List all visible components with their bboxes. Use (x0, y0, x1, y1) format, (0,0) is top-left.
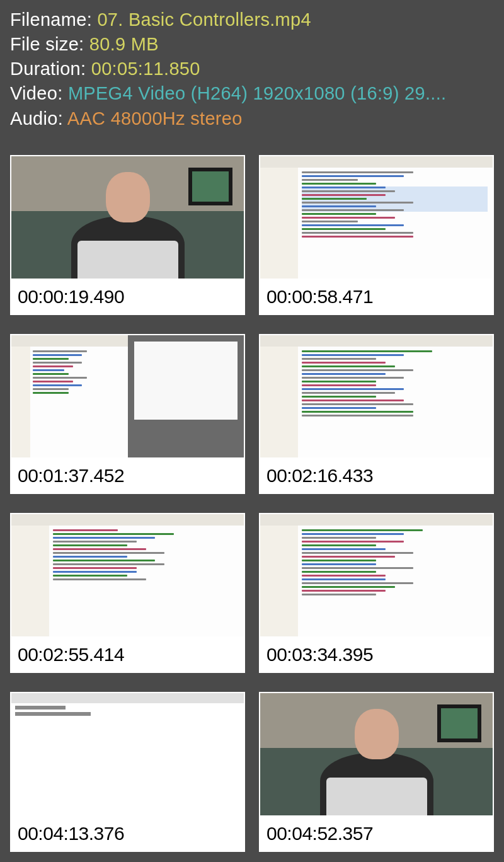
code-lines-icon (302, 171, 488, 238)
laptop-icon (326, 778, 427, 815)
thumbnail-image (259, 334, 494, 459)
filename-label: Filename: (10, 9, 97, 30)
audio-label: Audio: (10, 108, 67, 129)
video-value: MPEG4 Video (H264) 1920x1080 (16:9) 29..… (68, 83, 446, 103)
code-lines-icon (53, 529, 239, 580)
code-topbar-icon (11, 514, 244, 526)
code-sidebar-icon (260, 347, 298, 457)
thumbnail-image (259, 513, 494, 638)
thumbnail-image (10, 513, 245, 638)
thumbnail-timestamp: 00:04:52.357 (259, 817, 494, 852)
thumbnail-timestamp: 00:02:16.433 (259, 459, 494, 494)
split-dark-icon (128, 335, 244, 457)
browser-text-icon (15, 712, 91, 716)
thumbnail-image (10, 692, 245, 817)
art-frame-icon (437, 704, 481, 742)
code-sidebar-icon (260, 168, 298, 279)
code-sidebar-icon (260, 526, 298, 636)
duration-value: 00:05:11.850 (91, 59, 200, 79)
thumb-row: 00:00:19.490 00:00:58.471 (10, 155, 494, 315)
thumbnail-timestamp: 00:02:55.414 (10, 638, 245, 673)
laptop-icon (77, 241, 178, 279)
file-info-header: Filename: 07. Basic Controllers.mp4 File… (0, 0, 504, 136)
person-head-icon (355, 709, 399, 759)
thumbnail: 00:00:58.471 (259, 155, 494, 315)
thumb-row: 00:01:37.452 00:02:16.433 (10, 334, 494, 494)
audio-line: Audio: AAC 48000Hz stereo (10, 106, 494, 131)
filename-value: 07. Basic Controllers.mp4 (97, 9, 311, 30)
filesize-line: File size: 80.9 MB (10, 32, 494, 57)
browser-bar-icon (11, 693, 244, 703)
thumbnail: 00:02:16.433 (259, 334, 494, 494)
thumbnail-grid: 00:00:19.490 00:00:58.471 (0, 136, 504, 862)
thumbnail: 00:04:13.376 (10, 692, 245, 852)
video-line: Video: MPEG4 Video (H264) 1920x1080 (16:… (10, 81, 494, 106)
code-sidebar-icon (11, 347, 30, 457)
thumbnail-timestamp: 00:01:37.452 (10, 459, 245, 494)
thumb-row: 00:04:13.376 00:04:52.357 (10, 692, 494, 852)
art-frame-icon (188, 168, 232, 205)
thumbnail-image (259, 692, 494, 817)
filename-line: Filename: 07. Basic Controllers.mp4 (10, 8, 494, 32)
code-lines-icon (302, 529, 488, 595)
thumbnail-image (259, 155, 494, 280)
person-head-icon (106, 172, 150, 222)
thumb-row: 00:02:55.414 00:03:34.395 (10, 513, 494, 673)
thumbnail: 00:02:55.414 (10, 513, 245, 673)
duration-line: Duration: 00:05:11.850 (10, 57, 494, 81)
thumbnail-timestamp: 00:03:34.395 (259, 638, 494, 673)
thumbnail-timestamp: 00:04:13.376 (10, 817, 245, 852)
thumbnail-image (10, 155, 245, 280)
filesize-label: File size: (10, 34, 89, 54)
filesize-value: 80.9 MB (89, 34, 159, 54)
code-topbar-icon (11, 335, 128, 347)
code-lines-icon (33, 350, 123, 394)
audio-value: AAC 48000Hz stereo (67, 108, 243, 129)
thumbnail: 00:04:52.357 (259, 692, 494, 852)
code-topbar-icon (260, 514, 493, 526)
thumbnail-image (10, 334, 245, 459)
code-topbar-icon (260, 335, 493, 347)
thumbnail-timestamp: 00:00:19.490 (10, 280, 245, 315)
code-lines-icon (302, 350, 488, 417)
code-sidebar-icon (11, 526, 49, 636)
thumbnail-timestamp: 00:00:58.471 (259, 280, 494, 315)
video-label: Video: (10, 83, 68, 103)
thumbnail: 00:03:34.395 (259, 513, 494, 673)
duration-label: Duration: (10, 59, 91, 79)
thumbnail: 00:01:37.452 (10, 334, 245, 494)
thumbnail: 00:00:19.490 (10, 155, 245, 315)
code-topbar-icon (260, 156, 493, 168)
browser-text-icon (15, 706, 66, 710)
